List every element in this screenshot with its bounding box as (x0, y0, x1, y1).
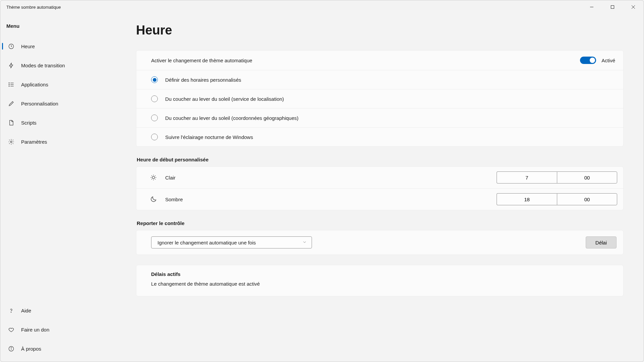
radio-label: Du coucher au lever du soleil (service d… (165, 96, 284, 102)
light-label: Clair (165, 175, 176, 180)
sidebar-item-label: Applications (21, 82, 48, 87)
sidebar-item-donate[interactable]: Faire un don (0, 320, 136, 339)
sidebar-item-label: Modes de transition (21, 63, 65, 68)
sidebar-item-transition[interactable]: Modes de transition (0, 56, 136, 75)
svg-rect-1 (611, 6, 614, 9)
clock-icon (8, 43, 14, 50)
sidebar: Menu Heure Modes de transition (0, 14, 136, 362)
sidebar-item-scripts[interactable]: Scripts (0, 113, 136, 132)
postpone-select-value: Ignorer le changement automatique une fo… (157, 240, 256, 245)
postpone-select[interactable]: Ignorer le changement automatique une fo… (151, 236, 312, 248)
gear-icon (8, 139, 14, 145)
sidebar-item-label: Paramètres (21, 139, 47, 145)
dark-hour-input[interactable] (497, 193, 557, 205)
heart-icon (8, 327, 14, 333)
svg-point-11 (10, 141, 12, 143)
info-icon (8, 346, 14, 352)
page-title: Heure (136, 23, 624, 38)
sidebar-item-about[interactable]: À propos (0, 339, 136, 358)
svg-point-12 (11, 312, 11, 312)
radio-custom-hours[interactable] (151, 76, 158, 83)
sidebar-item-label: Aide (21, 308, 31, 313)
active-delays-text: Le changement de thème automatique est a… (151, 281, 615, 287)
radio-night-light[interactable] (151, 134, 158, 140)
sidebar-item-label: Scripts (21, 120, 37, 126)
main-content: Heure Activer le changement de thème aut… (136, 14, 644, 362)
svg-point-9 (9, 84, 9, 85)
auto-switch-state: Activé (601, 58, 615, 63)
sidebar-item-settings[interactable]: Paramètres (0, 132, 136, 151)
sidebar-item-personalization[interactable]: Personnalisation (0, 94, 136, 113)
document-icon (8, 120, 14, 126)
help-icon (8, 307, 14, 314)
delay-button[interactable]: Délai (586, 236, 617, 248)
auto-switch-toggle[interactable] (580, 57, 596, 64)
postpone-card: Ignorer le changement automatique une fo… (136, 230, 624, 255)
light-hour-input[interactable] (497, 171, 557, 184)
sidebar-item-help[interactable]: Aide (0, 301, 136, 320)
sidebar-item-time[interactable]: Heure (0, 37, 136, 56)
dark-label: Sombre (165, 197, 183, 202)
svg-point-15 (11, 348, 11, 348)
close-button[interactable] (623, 0, 644, 14)
sun-icon (149, 174, 158, 181)
chevron-down-icon (302, 240, 307, 245)
radio-geo-coords[interactable] (151, 115, 158, 121)
postpone-heading: Reporter le contrôle (137, 220, 624, 226)
auto-switch-card: Activer le changement de thème automatiq… (136, 50, 624, 147)
sidebar-item-apps[interactable]: Applications (0, 75, 136, 94)
sidebar-item-label: Faire un don (21, 327, 49, 333)
radio-label: Suivre l'éclairage nocturne de Windows (165, 134, 253, 140)
window-title: Thème sombre automatique (6, 5, 61, 10)
lightning-icon (8, 62, 14, 69)
pencil-icon (8, 100, 14, 107)
radio-location-service[interactable] (151, 95, 158, 102)
svg-point-10 (9, 86, 9, 86)
auto-switch-label: Activer le changement de thème automatiq… (151, 58, 252, 63)
titlebar: Thème sombre automatique (0, 0, 644, 14)
sidebar-item-label: Heure (21, 44, 35, 49)
custom-start-heading: Heure de début personnalisée (137, 157, 624, 162)
radio-label: Définir des horaires personnalisés (165, 77, 241, 83)
active-delays-card: Délais actifs Le changement de thème aut… (136, 265, 624, 296)
svg-point-16 (152, 176, 154, 178)
minimize-button[interactable] (581, 0, 602, 14)
sidebar-item-label: Personnalisation (21, 101, 58, 106)
radio-label: Du coucher au lever du soleil (coordonné… (165, 115, 299, 121)
moon-icon (149, 196, 158, 203)
sidebar-item-label: À propos (21, 346, 41, 352)
dark-minute-input[interactable] (557, 193, 617, 205)
active-delays-heading: Délais actifs (151, 271, 615, 277)
list-icon (8, 81, 14, 88)
svg-point-8 (9, 83, 9, 83)
custom-start-card: Clair Sombre (136, 166, 624, 210)
light-minute-input[interactable] (557, 171, 617, 184)
menu-heading: Menu (0, 23, 136, 37)
maximize-button[interactable] (602, 0, 623, 14)
